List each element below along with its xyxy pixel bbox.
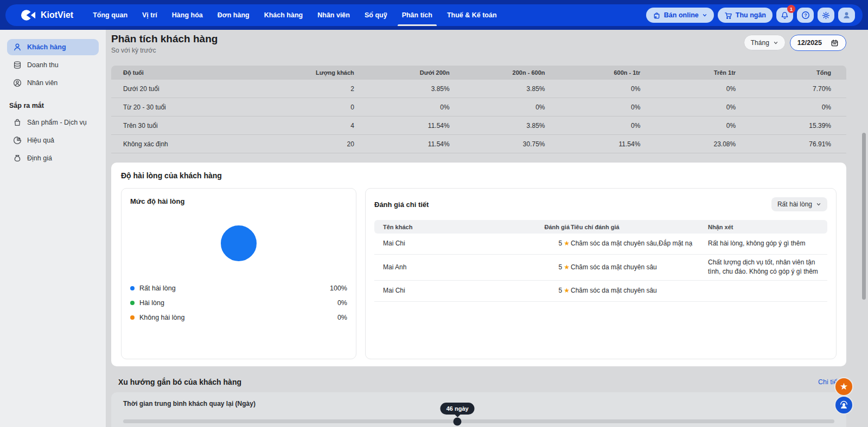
page-scrollbar[interactable] (862, 133, 866, 300)
star-icon: ★ (564, 239, 570, 248)
trend-card: Thời gian trung bình khách quay lại (Ngà… (111, 392, 846, 427)
legend-dot-orange (130, 315, 135, 320)
analytics-sidebar: Khách hàng Doanh thu Nhân viên Sắp ra mắ… (0, 30, 106, 427)
page-header: Phân tích khách hàng So với kỳ trước Thá… (111, 33, 846, 60)
table-row: Dưới 20 tuổi2 3.85%3.85% 0%0% 7.70% (111, 80, 846, 98)
account-avatar[interactable] (838, 8, 855, 23)
pie-chart-icon (13, 136, 22, 145)
sidebar-item-nhan-vien[interactable]: Nhân viên (7, 75, 99, 91)
sidebar-item-khach-hang[interactable]: Khách hàng (7, 39, 99, 55)
bell-icon (781, 11, 789, 20)
topbar-background: KiotViet Tổng quan Vị trí Hàng hóa Đơn h… (0, 0, 868, 30)
legend-dot-green (130, 301, 135, 305)
page-subtitle: So với kỳ trước (111, 47, 218, 54)
top-navigation-bar: KiotViet Tổng quan Vị trí Hàng hóa Đơn h… (5, 4, 863, 26)
reviews-filter-select[interactable]: Rất hài lòng (771, 197, 827, 211)
staff-icon (13, 79, 22, 87)
nav-phan-tich[interactable]: Phân tích (402, 4, 432, 26)
avatar-icon (842, 11, 851, 20)
gear-icon (822, 11, 830, 20)
chevron-down-icon (816, 202, 821, 207)
settings-button[interactable] (818, 8, 834, 23)
headset-support-icon (838, 399, 850, 411)
star-icon: ★ (564, 263, 570, 272)
nav-thue-ke-toan[interactable]: Thuế & Kế toán (447, 4, 497, 26)
chevron-down-icon (773, 40, 778, 46)
table-row: Từ 20 - 30 tuổi0 0%0% 0%0% 0% (111, 98, 846, 117)
trend-slider-label: Thời gian trung bình khách quay lại (Ngà… (123, 400, 834, 407)
sidebar-item-hieu-qua[interactable]: Hiệu quả (7, 132, 99, 148)
brand-name: KiotViet (41, 10, 73, 20)
return-days-slider[interactable]: 46 ngày (123, 419, 834, 423)
product-bag-icon (13, 118, 22, 127)
favorites-fab[interactable]: ★ (834, 377, 853, 396)
calendar-icon (831, 39, 839, 47)
table-row: Không xác định20 11.54%30.75% 11.54%23.0… (111, 135, 846, 153)
star-icon: ★ (840, 381, 848, 392)
satisfaction-section: Độ hài lòng của khách hàng Mức độ hài lò… (111, 163, 846, 366)
nav-khach-hang[interactable]: Khách hàng (264, 4, 303, 26)
page-title: Phân tích khách hàng (111, 33, 218, 45)
bag-plus-icon (653, 11, 661, 20)
chevron-down-icon (702, 12, 707, 18)
date-picker[interactable]: 12/2025 (790, 35, 846, 51)
nav-vi-tri[interactable]: Vị trí (142, 4, 157, 26)
sidebar-item-doanh-thu[interactable]: Doanh thu (7, 57, 99, 73)
support-fab[interactable] (834, 396, 853, 415)
age-table-header: Độ tuổi Lượng khách Dưới 200n 200n - 600… (111, 66, 846, 80)
sidebar-section-coming-soon: Sắp ra mắt (9, 102, 97, 109)
sidebar-item-san-pham-dich-vu[interactable]: Sản phẩm - Dịch vụ (7, 114, 99, 131)
svg-text:?: ? (804, 12, 807, 18)
reviews-title: Đánh giá chi tiết (374, 200, 429, 209)
trend-title: Xu hướng gắn bó của khách hàng (118, 378, 241, 386)
cart-icon (724, 11, 732, 20)
ban-online-button[interactable]: Bán online (646, 8, 714, 23)
topbar-actions: Bán online Thu ngân (646, 8, 855, 23)
notification-badge: 1 (787, 5, 795, 13)
thu-ngan-button[interactable]: Thu ngân (718, 8, 773, 23)
slider-tooltip: 46 ngày (441, 403, 475, 415)
nav-tong-quan[interactable]: Tổng quan (93, 4, 127, 26)
period-select[interactable]: Tháng (744, 35, 786, 50)
nav-nhan-vien[interactable]: Nhân viên (317, 4, 350, 26)
money-bag-icon (13, 154, 22, 163)
nav-so-quy[interactable]: Sổ quỹ (365, 4, 387, 26)
sidebar-item-dinh-gia[interactable]: Định giá (7, 150, 99, 166)
reviews-card: Đánh giá chi tiết Rất hài lòng Tên khách… (365, 188, 837, 359)
satisfaction-section-title: Độ hài lòng của khách hàng (121, 171, 837, 180)
satisfaction-chart-title: Mức độ hài lòng (130, 197, 347, 205)
legend-item: Không hài lòng 0% (130, 310, 347, 325)
main-nav: Tổng quan Vị trí Hàng hóa Đơn hàng Khách… (93, 4, 496, 26)
app-root: KiotViet Tổng quan Vị trí Hàng hóa Đơn h… (0, 0, 868, 427)
age-analysis-table: Độ tuổi Lượng khách Dưới 200n 200n - 600… (111, 66, 846, 153)
satisfaction-donut-chart (221, 225, 257, 261)
slider-handle[interactable] (454, 417, 462, 425)
legend-dot-blue (130, 286, 135, 290)
legend-item: Rất hài lòng 100% (130, 281, 347, 295)
revenue-coins-icon (13, 61, 22, 69)
main-content: Phân tích khách hàng So với kỳ trước Thá… (106, 30, 868, 427)
star-icon: ★ (564, 286, 570, 295)
review-row: Mai Chi 5 ★ Chăm sóc da mặt chuyên sâu,Đ… (374, 234, 827, 255)
kiotviet-logo-icon (21, 9, 36, 22)
review-row: Mai Anh 5 ★ Chăm sóc da mặt chuyên sâu C… (374, 255, 827, 281)
reviews-table-header: Tên khách Đánh giá Tiêu chí đánh giá Nhậ… (374, 220, 827, 234)
retention-trend-section: Xu hướng gắn bó của khách hàng Chi tiết … (111, 378, 846, 427)
nav-hang-hoa[interactable]: Hàng hóa (172, 4, 203, 26)
nav-don-hang[interactable]: Đơn hàng (218, 4, 250, 26)
review-row: Mai Chi 5 ★ Chăm sóc da mặt chuyên sâu (374, 281, 827, 302)
table-row: Trên 30 tuổi4 11.54%3.85% 0%0% 15.39% (111, 117, 846, 135)
help-button[interactable]: ? (797, 8, 814, 23)
customer-icon (13, 43, 22, 51)
kiotviet-logo[interactable]: KiotViet (21, 9, 73, 22)
satisfaction-chart-card: Mức độ hài lòng Rất hài lòng 100% Hài lò… (121, 188, 356, 359)
notifications-button[interactable]: 1 (776, 8, 793, 23)
question-icon: ? (801, 11, 810, 20)
satisfaction-legend: Rất hài lòng 100% Hài lòng 0% Không hài … (130, 281, 347, 325)
legend-item: Hài lòng 0% (130, 295, 347, 310)
